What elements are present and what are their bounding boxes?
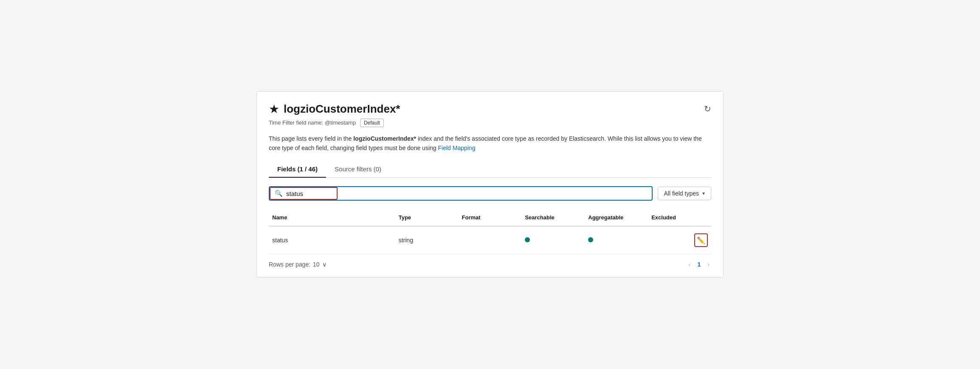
search-box[interactable]: 🔍 status [269,186,653,201]
rows-per-page-value: 10 [313,261,320,268]
cell-format [459,238,522,242]
cell-searchable [521,235,585,245]
pencil-icon: ✏️ [697,236,705,244]
header-row: ★ logzioCustomerIndex* ↻ [269,102,711,116]
col-format: Format [459,213,522,222]
rows-per-page-label: Rows per page: [269,261,310,268]
cell-excluded: ✏️ [648,232,711,249]
star-icon: ★ [269,102,279,116]
filter-dropdown-label: All field types [664,190,699,197]
search-filter-row: 🔍 status All field types ▾ [269,186,711,201]
cell-name: status [269,235,395,245]
time-filter-label: Time Filter field name: @timestamp [269,119,356,126]
prev-page-button[interactable]: ‹ [687,260,693,269]
tab-source-filters[interactable]: Source filters (0) [326,161,390,178]
searchable-dot [525,237,530,242]
rows-per-page[interactable]: Rows per page: 10 ∨ [269,261,327,268]
cell-aggregatable [585,235,648,245]
next-page-button[interactable]: › [706,260,711,269]
pagination-nav: ‹ 1 › [687,260,711,269]
index-title: logzioCustomerIndex* [284,102,400,116]
description-index-name: logzioCustomerIndex* [353,135,416,142]
table-header: Name Type Format Searchable Aggregatable… [269,209,711,227]
search-icon: 🔍 [275,190,283,197]
description: This page lists every field in the logzi… [269,134,711,153]
col-excluded: Excluded [648,213,711,222]
edit-button[interactable]: ✏️ [694,233,708,247]
refresh-icon[interactable]: ↻ [704,104,711,114]
chevron-down-icon: ▾ [702,190,705,196]
time-filter-row: Time Filter field name: @timestamp Defau… [269,119,711,127]
description-before: This page lists every field in the [269,135,353,142]
col-aggregatable: Aggregatable [585,213,648,222]
tabs-row: Fields (1 / 46) Source filters (0) [269,161,711,178]
default-badge[interactable]: Default [360,119,384,127]
table-row: status string ✏️ [269,227,711,254]
tab-fields[interactable]: Fields (1 / 46) [269,161,326,178]
col-name: Name [269,213,395,222]
field-mapping-link[interactable]: Field Mapping [438,145,475,151]
main-card: ★ logzioCustomerIndex* ↻ Time Filter fie… [256,91,724,278]
cell-type: string [395,235,459,245]
search-value: status [286,190,303,197]
chevron-down-icon: ∨ [322,261,327,268]
current-page[interactable]: 1 [696,260,703,269]
aggregatable-dot [588,237,593,242]
col-type: Type [395,213,459,222]
col-searchable: Searchable [521,213,585,222]
field-type-dropdown[interactable]: All field types ▾ [658,187,711,200]
pagination-row: Rows per page: 10 ∨ ‹ 1 › [269,260,711,269]
title-area: ★ logzioCustomerIndex* [269,102,400,116]
